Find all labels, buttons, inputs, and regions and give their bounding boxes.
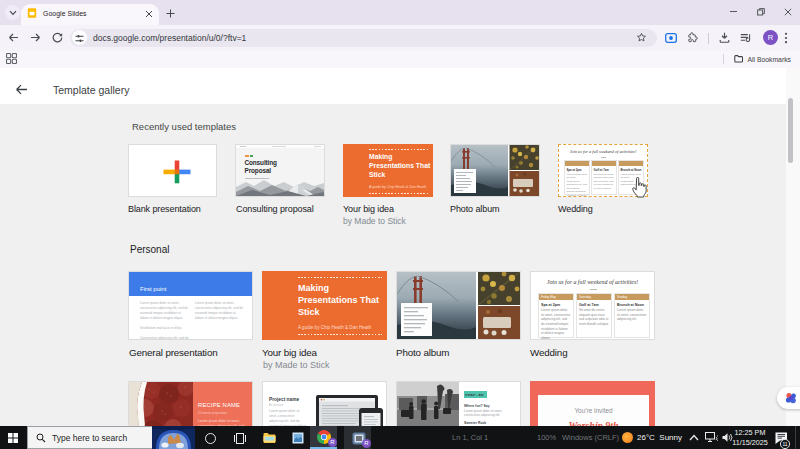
svg-text:11: 11 <box>782 441 787 447</box>
